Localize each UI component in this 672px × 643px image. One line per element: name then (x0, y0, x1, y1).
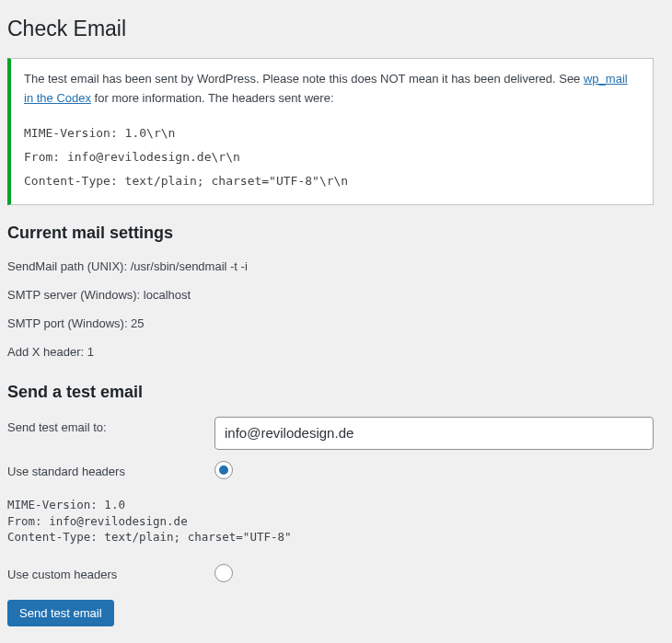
notice-text-prefix: The test email has been sent by WordPres… (24, 72, 584, 86)
standard-headers-radio[interactable] (214, 461, 233, 479)
custom-headers-label: Use custom headers (7, 558, 214, 591)
notice-message: The test email has been sent by WordPres… (24, 70, 640, 109)
sent-headers-preview: MIME-Version: 1.0\r\n From: info@revilod… (24, 121, 640, 193)
standard-headers-label: Use standard headers (7, 455, 214, 488)
send-to-input[interactable] (214, 417, 654, 451)
page-title: Check Email (7, 17, 654, 41)
success-notice: The test email has been sent by WordPres… (7, 58, 654, 205)
send-test-email-button[interactable]: Send test email (7, 600, 114, 626)
send-to-label: Send test email to: (7, 411, 214, 456)
test-heading: Send a test email (7, 383, 654, 402)
standard-headers-preview: MIME-Version: 1.0 From: info@revilodesig… (7, 493, 654, 553)
notice-text-suffix: for more information. The headers sent w… (91, 91, 334, 105)
setting-add-x-header: Add X header: 1 (7, 338, 654, 366)
test-form: Send test email to: Use standard headers… (7, 411, 654, 591)
settings-heading: Current mail settings (7, 224, 654, 243)
setting-smtp-server: SMTP server (Windows): localhost (7, 281, 654, 309)
custom-headers-radio[interactable] (214, 564, 233, 582)
setting-sendmail-path: SendMail path (UNIX): /usr/sbin/sendmail… (7, 252, 654, 281)
setting-smtp-port: SMTP port (Windows): 25 (7, 309, 654, 338)
